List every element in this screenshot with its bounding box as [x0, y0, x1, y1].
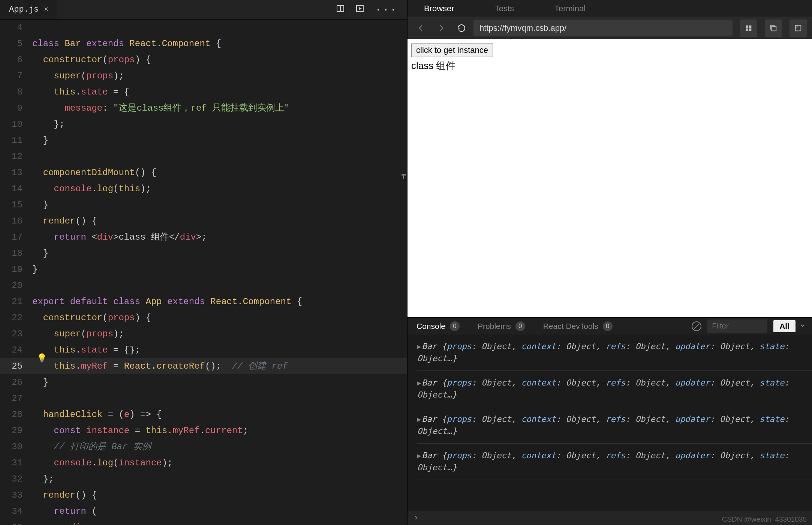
url-input[interactable] [473, 20, 733, 36]
svg-rect-5 [749, 25, 751, 27]
chevron-down-icon[interactable] [799, 322, 806, 331]
code-content: } [32, 245, 48, 261]
code-line[interactable]: 33 render() { [0, 487, 407, 503]
code-content: return <div>class 组件</div>; [32, 229, 207, 245]
click-get-instance-button[interactable]: click to get instance [411, 44, 493, 57]
code-line[interactable]: 14 console.log(this); [0, 181, 407, 197]
svg-marker-3 [359, 8, 361, 10]
code-line[interactable]: 23 super(props); [0, 326, 407, 342]
line-number: 28 [0, 406, 32, 423]
svg-rect-6 [746, 28, 748, 30]
code-line[interactable]: 27 [0, 390, 407, 406]
split-editor-icon[interactable] [336, 4, 345, 15]
line-number: 4 [0, 20, 32, 36]
code-content: constructor(props) { [32, 52, 151, 68]
line-number: 7 [0, 68, 32, 84]
code-line[interactable]: 26 } [0, 374, 407, 390]
code-content: return ( [32, 503, 97, 519]
code-line[interactable]: 24 this.state = {}; [0, 342, 407, 358]
console-entry[interactable]: ▶Bar {props: Object, context: Object, re… [417, 334, 812, 371]
lightbulb-icon[interactable]: 💡 [37, 353, 47, 363]
code-line[interactable]: 18 } [0, 245, 407, 261]
watermark: CSDN @weixin_43301035 [722, 515, 807, 524]
code-line[interactable]: 4 [0, 20, 407, 36]
code-line[interactable]: 15 } [0, 197, 407, 213]
open-preview-icon[interactable] [355, 4, 364, 15]
code-line[interactable]: 17 return <div>class 组件</div>; [0, 229, 407, 245]
devtools-tabs: Console 0 Problems 0 React DevTools 0 Al… [407, 317, 812, 334]
tab-browser[interactable]: Browser [424, 4, 454, 14]
code-line[interactable]: 6 constructor(props) { [0, 52, 407, 68]
console-output[interactable]: ▶Bar {props: Object, context: Object, re… [407, 334, 812, 511]
code-content: class Bar extends React.Component { [32, 36, 221, 52]
code-line[interactable]: 12 [0, 148, 407, 165]
line-number: 27 [0, 390, 32, 406]
code-line[interactable]: 35 <div> [0, 519, 407, 525]
reload-icon[interactable] [453, 20, 470, 36]
code-line[interactable]: 30 // 打印的是 Bar 实例 [0, 439, 407, 455]
code-line[interactable]: 25 this.myRef = React.createRef(); // 创建… [0, 358, 407, 374]
devtab-react[interactable]: React DevTools 0 [534, 318, 622, 334]
code-editor[interactable]: 45class Bar extends React.Component {6 c… [0, 20, 407, 525]
code-line[interactable]: 31 console.log(instance); [0, 455, 407, 471]
console-entry[interactable]: ▶Bar {props: Object, context: Object, re… [417, 407, 812, 444]
line-number: 23 [0, 326, 32, 342]
console-filter-input[interactable] [707, 320, 767, 333]
code-line[interactable]: 22 constructor(props) { [0, 310, 407, 326]
close-icon[interactable]: × [44, 5, 48, 14]
code-line[interactable]: 16 render() { [0, 213, 407, 229]
line-number: 13 [0, 165, 32, 181]
editor-tab-appjs[interactable]: App.js × [0, 0, 57, 19]
codesandbox-icon[interactable] [740, 20, 757, 37]
more-actions-icon[interactable]: ··· [375, 4, 397, 15]
code-content: }; [32, 471, 54, 487]
line-number: 11 [0, 132, 32, 148]
code-content: this.state = {}; [32, 342, 140, 358]
svg-rect-8 [772, 26, 776, 31]
line-number: 16 [0, 213, 32, 229]
code-content: componentDidMount() { [32, 165, 156, 181]
code-content: }; [32, 116, 64, 132]
code-line[interactable]: 19} [0, 261, 407, 278]
code-line[interactable]: 34 return ( [0, 503, 407, 519]
devtab-badge: 0 [603, 321, 613, 331]
tab-terminal[interactable]: Terminal [554, 4, 586, 14]
back-icon[interactable] [413, 20, 429, 36]
code-line[interactable]: 11 } [0, 132, 407, 148]
code-line[interactable]: 28 handleClick = (e) => { [0, 406, 407, 423]
code-line[interactable]: 21export default class App extends React… [0, 294, 407, 310]
code-line[interactable]: 9 message: "这是class组件，ref 只能挂载到实例上" [0, 100, 407, 116]
code-line[interactable]: 8 this.state = { [0, 84, 407, 100]
devtab-problems[interactable]: Problems 0 [469, 318, 534, 334]
log-level-all[interactable]: All [773, 320, 796, 332]
line-number: 21 [0, 294, 32, 310]
code-line[interactable]: 7 super(props); [0, 68, 407, 84]
code-content: export default class App extends React.C… [32, 294, 302, 310]
code-content: this.state = { [32, 84, 129, 100]
code-line[interactable]: 10 }; [0, 116, 407, 132]
new-window-icon[interactable] [765, 20, 782, 37]
line-number: 33 [0, 487, 32, 503]
tab-tests[interactable]: Tests [495, 4, 514, 14]
console-entry[interactable]: ▶Bar {props: Object, context: Object, re… [417, 444, 812, 480]
code-line[interactable]: 13 componentDidMount() { [0, 165, 407, 181]
devtab-console[interactable]: Console 0 [407, 318, 469, 334]
line-number: 8 [0, 84, 32, 100]
console-entry[interactable]: ▶Bar {props: Object, context: Object, re… [417, 371, 812, 407]
line-number: 26 [0, 374, 32, 390]
code-line[interactable]: 20 [0, 278, 407, 294]
devtab-badge: 0 [515, 321, 525, 331]
line-number: 34 [0, 503, 32, 519]
code-content: render() { [32, 213, 97, 229]
tabbar-actions: ··· [326, 0, 407, 19]
external-link-icon[interactable] [790, 20, 807, 37]
clear-console-icon[interactable] [692, 321, 701, 331]
forward-icon[interactable] [433, 20, 449, 36]
code-line[interactable]: 32 }; [0, 471, 407, 487]
code-line[interactable]: 29 const instance = this.myRef.current; [0, 423, 407, 439]
code-content: } [32, 132, 48, 148]
devtab-label: Console [416, 322, 445, 331]
code-content: render() { [32, 487, 97, 503]
code-content: constructor(props) { [32, 310, 151, 326]
code-line[interactable]: 5class Bar extends React.Component { [0, 36, 407, 52]
